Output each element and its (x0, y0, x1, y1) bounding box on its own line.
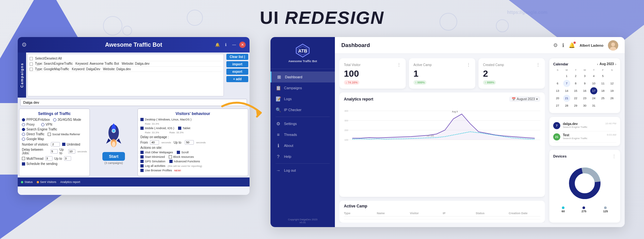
cal-day[interactable]: 14 (563, 87, 570, 94)
cal-day[interactable]: 23 (581, 95, 588, 102)
cal-day[interactable]: 10 (590, 80, 597, 87)
checkbox-profiles[interactable] (140, 169, 144, 172)
checkbox-log[interactable] (140, 164, 144, 167)
export-button[interactable]: export (226, 69, 248, 75)
cal-day[interactable]: 8 (572, 80, 579, 87)
cal-day[interactable]: 4 (590, 72, 597, 80)
radio-3g[interactable] (53, 118, 56, 121)
checkbox-mobile[interactable] (140, 127, 144, 130)
radio-google-map[interactable] (22, 138, 25, 141)
sidebar-item-about[interactable]: ℹ About (270, 140, 335, 151)
cal-day[interactable]: 5 (599, 72, 606, 80)
sidebar-item-logs[interactable]: 📝 Logs (270, 93, 335, 104)
checkbox-advanced[interactable] (169, 160, 173, 163)
cal-day[interactable] (608, 102, 615, 109)
checkbox-block-resources[interactable] (169, 155, 172, 158)
info-icon[interactable]: ℹ (223, 42, 229, 48)
devices-menu[interactable]: ⋮ (612, 154, 616, 159)
user-avatar[interactable] (608, 40, 618, 51)
cal-day[interactable]: 19 (608, 87, 615, 94)
delay-from-input[interactable] (51, 149, 58, 154)
close-icon[interactable]: ✕ (239, 42, 246, 48)
cal-day[interactable]: 29 (572, 102, 579, 109)
checkbox-campaign-2[interactable] (30, 68, 33, 71)
cal-day[interactable] (554, 72, 561, 80)
cal-day[interactable]: 12 (608, 80, 615, 87)
cal-day[interactable]: 13 (554, 87, 561, 94)
radio-proxy[interactable] (22, 123, 25, 126)
radio-pppoe[interactable] (22, 118, 25, 121)
checkbox-unlimited[interactable] (62, 143, 65, 146)
checkbox-visit-other[interactable] (140, 151, 144, 154)
delay-to-webpage-input[interactable] (185, 140, 194, 145)
cal-day[interactable]: 20 (554, 95, 561, 102)
checkbox-tablet[interactable] (178, 127, 181, 130)
cal-day-7[interactable]: 7 (563, 80, 570, 87)
cal-day[interactable]: 9 (581, 80, 588, 87)
sidebar-item-dashboard[interactable]: ⊞ Dashboard (270, 72, 335, 82)
cal-day-today[interactable]: 17 (590, 87, 597, 94)
sidebar-item-ip-checker[interactable]: 🔍 IP Checker (270, 104, 335, 115)
checkbox-select-all[interactable] (30, 57, 33, 60)
clear-list-button[interactable]: Clear list | (226, 54, 248, 60)
sidebar-item-logout[interactable]: → Log out (270, 165, 335, 176)
visitors-input[interactable] (51, 142, 60, 147)
checkbox-social[interactable] (48, 133, 51, 136)
checkbox-campaign-1[interactable] (30, 62, 33, 66)
cal-day[interactable]: 16 (581, 87, 588, 94)
start-button[interactable]: Start (102, 152, 125, 161)
cal-day[interactable] (599, 102, 606, 109)
delay-from-webpage-input[interactable] (150, 140, 159, 145)
cal-day[interactable]: 2 (572, 72, 579, 80)
cal-day[interactable]: 27 (554, 102, 561, 109)
import-button[interactable]: import (226, 61, 248, 67)
gear-icon[interactable]: ⚙ (22, 41, 27, 48)
cal-day[interactable]: 11 (599, 80, 606, 87)
cal-day[interactable]: 18 (599, 87, 606, 94)
sidebar-item-campaigns[interactable]: 📋 Campaigns (270, 82, 335, 93)
radio-direct[interactable] (22, 133, 25, 136)
sidebar-item-settings[interactable]: ⚙ Settings (270, 118, 335, 129)
cal-day[interactable]: 6 (554, 80, 561, 87)
add-button[interactable]: + add (226, 76, 248, 82)
sidebar-item-help[interactable]: ? Help (270, 151, 335, 162)
cal-day[interactable]: 22 (572, 95, 579, 102)
cal-day[interactable]: 3 (581, 72, 588, 80)
donut-dot-teal (562, 206, 564, 209)
notification-badge[interactable]: 🔔 (569, 42, 575, 48)
settings-icon-topbar[interactable]: ⚙ (553, 42, 558, 48)
minimize-icon[interactable]: — (231, 42, 237, 48)
cal-day[interactable]: 26 (608, 95, 615, 102)
stat-menu-created[interactable]: ⋮ (536, 62, 540, 67)
campaign-input[interactable] (20, 99, 247, 106)
cal-day[interactable]: 28 (563, 102, 570, 109)
cal-next-icon[interactable]: › (615, 62, 616, 66)
setting-pppoe: PPPOE/Fritzbox 3G/4G/5G Mode (22, 118, 87, 121)
cal-day-21[interactable]: 21 (563, 95, 570, 102)
cal-prev-icon[interactable]: ‹ (597, 62, 598, 66)
cal-day[interactable]: 30 (581, 102, 588, 109)
stat-menu-active[interactable]: ⋮ (466, 62, 471, 67)
radio-search-engine[interactable] (22, 128, 25, 131)
cal-day[interactable]: 24 (590, 95, 597, 102)
cal-day[interactable]: 1 (563, 72, 570, 80)
thread-from-input[interactable] (45, 156, 52, 161)
checkbox-scroll[interactable] (177, 151, 180, 154)
radio-vpn[interactable] (41, 123, 44, 126)
checkbox-desktop[interactable] (140, 118, 144, 121)
cal-day[interactable] (608, 72, 615, 80)
sidebar-item-threads[interactable]: ≡ Threads (270, 129, 335, 140)
cal-day[interactable]: 15 (572, 87, 579, 94)
checkbox-gps[interactable] (140, 160, 144, 163)
cal-day[interactable]: 31 (590, 102, 597, 109)
checkbox-multithread[interactable] (22, 157, 25, 160)
delay-to-input[interactable] (68, 149, 75, 154)
info-icon-topbar[interactable]: ℹ (562, 42, 564, 48)
checkbox-start-minimized[interactable] (140, 155, 144, 158)
date-selector[interactable]: 📅 August 2023 ▾ (509, 96, 540, 102)
checkbox-schedule[interactable] (22, 162, 25, 166)
thread-to-input[interactable] (64, 156, 71, 161)
cal-day[interactable]: 25 (599, 95, 606, 102)
stat-menu-total[interactable]: ⋮ (397, 62, 401, 67)
bell-icon[interactable]: 🔔 (214, 42, 221, 48)
